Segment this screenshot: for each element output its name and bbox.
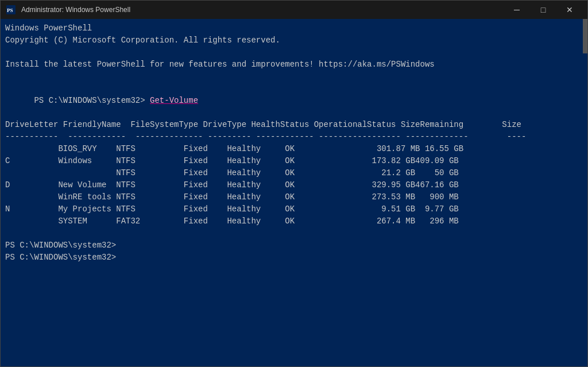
table-rows: BIOS_RVY NTFS Fixed Healthy OK 301.87 MB… <box>5 143 583 227</box>
table-row: SYSTEM FAT32 Fixed Healthy OK 267.4 MB 2… <box>5 215 583 227</box>
command-text: Get-Volume <box>150 96 198 105</box>
terminal-line-2: Copyright (C) Microsoft Corporation. All… <box>5 34 583 47</box>
table-row: D New Volume NTFS Fixed Healthy OK 329.9… <box>5 179 583 191</box>
table-separator: ----------- ------------ -------------- … <box>5 131 583 143</box>
scrollbar[interactable] <box>583 19 587 366</box>
prompt-line-2: PS C:\WINDOWS\system32> <box>5 239 583 252</box>
table-header: DriveLetter FriendlyName FileSystemType … <box>5 119 583 131</box>
empty-line-3 <box>5 227 583 239</box>
table-row: N My Projects NTFS Fixed Healthy OK 9.51… <box>5 203 583 215</box>
table-row: BIOS_RVY NTFS Fixed Healthy OK 301.87 MB… <box>5 143 583 155</box>
svg-text:PS: PS <box>7 7 13 13</box>
table-row: C Windows NTFS Fixed Healthy OK 173.82 G… <box>5 155 583 167</box>
window-title: Administrator: Windows PowerShell <box>21 6 504 14</box>
empty-line-1 <box>5 47 583 59</box>
maximize-button[interactable]: □ <box>530 1 556 19</box>
terminal-content[interactable]: Windows PowerShell Copyright (C) Microso… <box>1 19 587 366</box>
window-controls: ─ □ ✕ <box>504 1 583 19</box>
minimize-button[interactable]: ─ <box>504 1 530 19</box>
titlebar: PS Administrator: Windows PowerShell ─ □… <box>1 1 587 19</box>
prompt-line-3: PS C:\WINDOWS\system32> <box>5 252 583 264</box>
empty-line-2 <box>5 71 583 83</box>
terminal-line-1: Windows PowerShell <box>5 22 583 34</box>
table-row: NTFS Fixed Healthy OK 21.2 GB 50 GB <box>5 167 583 179</box>
terminal-line-4: Install the latest PowerShell for new fe… <box>5 59 583 71</box>
scrollbar-thumb[interactable] <box>583 19 587 53</box>
table-row: WinRE tools NTFS Fixed Healthy OK 273.53… <box>5 191 583 203</box>
close-button[interactable]: ✕ <box>556 1 583 19</box>
prompt-text: PS C:\WINDOWS\system32> <box>34 96 150 105</box>
powershell-window: PS Administrator: Windows PowerShell ─ □… <box>0 0 588 367</box>
command-line: PS C:\WINDOWS\system32> Get-Volume <box>5 83 583 119</box>
titlebar-icon: PS <box>5 4 17 16</box>
